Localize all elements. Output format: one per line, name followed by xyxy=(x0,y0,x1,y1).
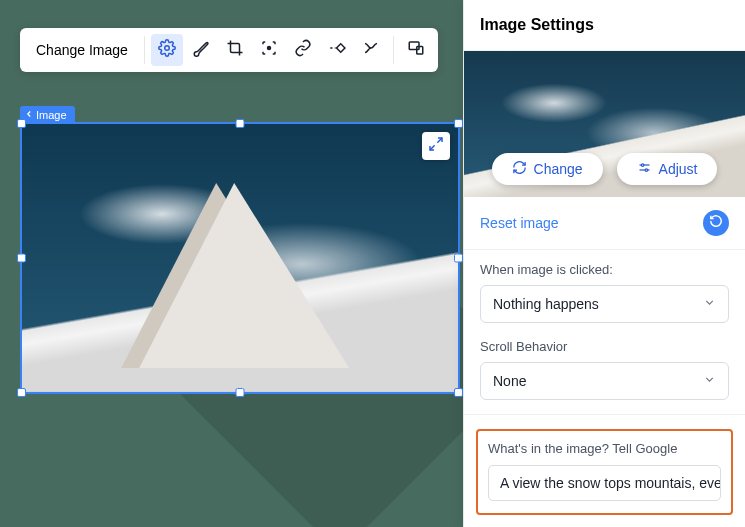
focal-icon xyxy=(260,39,278,61)
click-behavior-field: When image is clicked: Nothing happens xyxy=(464,250,745,327)
adjust-label: Adjust xyxy=(659,161,698,177)
resize-handle-l[interactable] xyxy=(17,254,26,263)
reset-image-button[interactable] xyxy=(703,210,729,236)
animate-button[interactable] xyxy=(321,34,353,66)
change-label: Change xyxy=(534,161,583,177)
change-image-button[interactable]: Change Image xyxy=(26,34,138,66)
click-behavior-select[interactable]: Nothing happens xyxy=(480,285,729,323)
resize-handle-tr[interactable] xyxy=(454,119,463,128)
svg-point-13 xyxy=(645,169,648,172)
alt-text-input[interactable]: A view the snow tops mountais, ever… xyxy=(488,465,721,501)
image-settings-panel: Image Settings Change xyxy=(463,0,745,527)
reset-image-link[interactable]: Reset image xyxy=(480,215,703,231)
breadcrumb-label: Image xyxy=(36,109,67,121)
crop-icon xyxy=(226,39,244,61)
responsive-icon xyxy=(407,39,425,61)
behaviors-icon xyxy=(362,39,380,61)
sliders-icon xyxy=(637,160,652,178)
svg-rect-2 xyxy=(336,44,344,52)
adjust-button[interactable]: Adjust xyxy=(617,153,718,185)
toolbar-separator xyxy=(393,36,394,64)
scroll-behavior-field: Scroll Behavior None xyxy=(464,327,745,404)
click-behavior-value: Nothing happens xyxy=(493,296,599,312)
svg-point-1 xyxy=(267,47,270,50)
preview-actions: Change Adjust xyxy=(464,153,745,185)
brush-button[interactable] xyxy=(185,34,217,66)
close-button[interactable] xyxy=(707,14,729,36)
resize-handle-r[interactable] xyxy=(454,254,463,263)
toolbar-separator xyxy=(144,36,145,64)
alt-text-value: A view the snow tops mountais, ever… xyxy=(500,475,721,491)
link-button[interactable] xyxy=(287,34,319,66)
alt-text-label: What's in the image? Tell Google xyxy=(488,441,721,456)
behaviors-button[interactable] xyxy=(355,34,387,66)
expand-icon xyxy=(428,136,444,156)
chevron-down-icon xyxy=(703,296,716,312)
chevron-down-icon xyxy=(703,373,716,389)
resize-handle-t[interactable] xyxy=(236,119,245,128)
undo-icon xyxy=(709,214,723,232)
refresh-icon xyxy=(512,160,527,178)
animate-icon xyxy=(328,39,346,61)
resize-handle-tl[interactable] xyxy=(17,119,26,128)
expand-button[interactable] xyxy=(422,132,450,160)
scroll-behavior-select[interactable]: None xyxy=(480,362,729,400)
reset-row: Reset image xyxy=(464,197,745,250)
help-button[interactable] xyxy=(677,14,699,36)
image-toolbar: Change Image xyxy=(20,28,438,72)
settings-button[interactable] xyxy=(151,34,183,66)
resize-handle-b[interactable] xyxy=(236,388,245,397)
gear-icon xyxy=(158,39,176,61)
change-button[interactable]: Change xyxy=(492,153,603,185)
svg-point-11 xyxy=(641,164,644,167)
click-behavior-label: When image is clicked: xyxy=(480,262,729,277)
responsive-button[interactable] xyxy=(400,34,432,66)
panel-header: Image Settings xyxy=(464,0,745,51)
canvas-image[interactable] xyxy=(20,122,460,394)
image-preview: Change Adjust xyxy=(464,51,745,197)
resize-handle-bl[interactable] xyxy=(17,388,26,397)
panel-title: Image Settings xyxy=(480,16,669,34)
resize-handle-br[interactable] xyxy=(454,388,463,397)
image-content-peak xyxy=(139,183,349,368)
focal-button[interactable] xyxy=(253,34,285,66)
divider xyxy=(464,414,745,415)
svg-point-0 xyxy=(165,46,170,51)
scroll-behavior-label: Scroll Behavior xyxy=(480,339,729,354)
alt-text-group: What's in the image? Tell Google A view … xyxy=(476,429,733,515)
link-icon xyxy=(294,39,312,61)
scroll-behavior-value: None xyxy=(493,373,526,389)
brush-icon xyxy=(192,39,210,61)
crop-button[interactable] xyxy=(219,34,251,66)
